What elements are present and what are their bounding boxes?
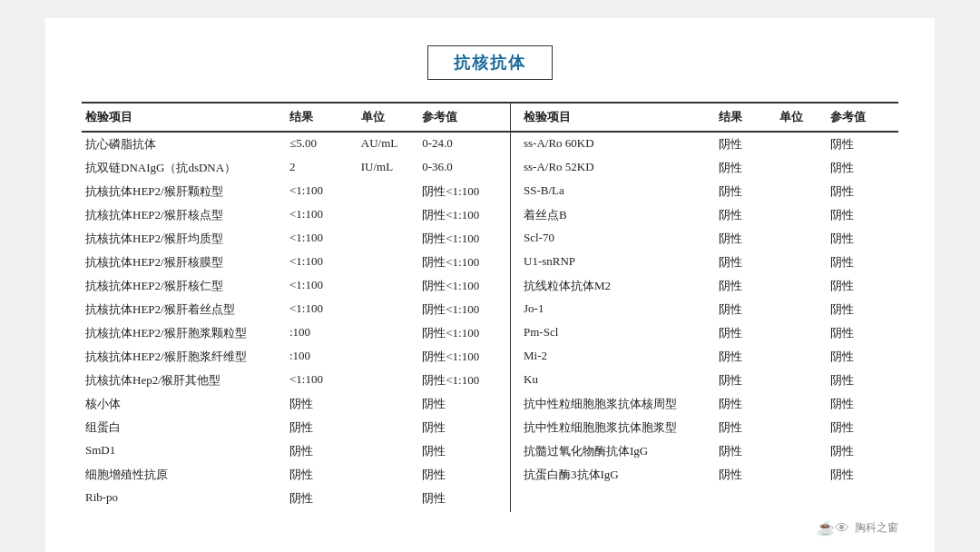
cell-6-2 <box>358 274 419 298</box>
cell-4-4: Scl-70 <box>511 227 715 251</box>
cell-12-0: 组蛋白 <box>82 416 286 439</box>
cell-2-2 <box>358 180 419 203</box>
left-col-ref: 参考值 <box>418 103 510 132</box>
cell-1-6 <box>776 156 827 180</box>
cell-9-7: 阴性 <box>827 345 898 369</box>
cell-10-7: 阴性 <box>827 369 898 392</box>
table-row: 抗核抗体Hep2/猴肝其他型<1:100阴性<1:100Ku阴性阴性 <box>82 369 898 392</box>
cell-11-4: 抗中性粒细胞胞浆抗体核周型 <box>511 392 715 416</box>
cell-10-4: Ku <box>511 369 715 392</box>
cell-13-1: 阴性 <box>286 439 358 463</box>
cell-12-7: 阴性 <box>827 416 898 439</box>
cell-13-4: 抗髓过氧化物酶抗体IgG <box>511 439 715 463</box>
watermark: ☕👁 胸科之窗 <box>82 519 898 537</box>
cell-12-4: 抗中性粒细胞胞浆抗体胞浆型 <box>511 416 715 439</box>
cell-4-6 <box>776 227 827 251</box>
cell-14-4: 抗蛋白酶3抗体IgG <box>511 463 715 487</box>
table-row: 抗核抗体HEP2/猴肝着丝点型<1:100阴性<1:100Jo-1阴性阴性 <box>82 298 898 321</box>
cell-15-5 <box>715 487 777 512</box>
cell-12-3: 阴性 <box>418 416 510 439</box>
cell-5-2 <box>358 251 419 274</box>
cell-0-3: 0-24.0 <box>418 132 510 156</box>
cell-14-5: 阴性 <box>715 463 777 487</box>
right-col-unit: 单位 <box>776 103 827 132</box>
cell-1-3: 0-36.0 <box>418 156 510 180</box>
right-col-item: 检验项目 <box>511 103 715 132</box>
cell-14-6 <box>776 463 827 487</box>
cell-11-5: 阴性 <box>715 392 777 416</box>
cell-3-1: <1:100 <box>286 203 358 227</box>
table-body: 抗心磷脂抗体≤5.00AU/mL0-24.0ss-A/Ro 60KD阴性阴性抗双… <box>82 132 898 512</box>
cell-2-1: <1:100 <box>286 180 358 203</box>
left-col-unit: 单位 <box>358 103 419 132</box>
cell-15-2 <box>358 487 419 512</box>
cell-6-4: 抗线粒体抗体M2 <box>511 274 715 298</box>
cell-11-3: 阴性 <box>418 392 510 416</box>
cell-9-1: :100 <box>286 345 358 369</box>
cell-5-4: U1-snRNP <box>511 251 715 274</box>
cell-5-5: 阴性 <box>715 251 777 274</box>
cell-15-0: Rib-po <box>82 487 286 512</box>
cell-13-0: SmD1 <box>82 439 286 463</box>
cell-7-6 <box>776 298 827 321</box>
left-col-item: 检验项目 <box>82 103 286 132</box>
cell-10-2 <box>358 369 419 392</box>
cell-10-1: <1:100 <box>286 369 358 392</box>
cell-5-3: 阴性<1:100 <box>418 251 510 274</box>
cell-4-7: 阴性 <box>827 227 898 251</box>
cell-10-0: 抗核抗体Hep2/猴肝其他型 <box>82 369 286 392</box>
cell-5-6 <box>776 251 827 274</box>
cell-15-1: 阴性 <box>286 487 358 512</box>
table-row: 抗核抗体HEP2/猴肝核仁型<1:100阴性<1:100抗线粒体抗体M2阴性阴性 <box>82 274 898 298</box>
cell-15-4 <box>511 487 715 512</box>
cell-3-6 <box>776 203 827 227</box>
cell-3-7: 阴性 <box>827 203 898 227</box>
cell-6-6 <box>776 274 827 298</box>
cell-9-0: 抗核抗体HEP2/猴肝胞浆纤维型 <box>82 345 286 369</box>
cell-1-0: 抗双链DNAIgG（抗dsDNA） <box>82 156 286 180</box>
cell-2-4: SS-B/La <box>511 180 715 203</box>
cell-6-1: <1:100 <box>286 274 358 298</box>
cell-8-3: 阴性<1:100 <box>418 321 510 345</box>
cell-4-3: 阴性<1:100 <box>418 227 510 251</box>
cell-1-1: 2 <box>286 156 358 180</box>
right-col-ref: 参考值 <box>827 103 898 132</box>
cell-2-5: 阴性 <box>715 180 777 203</box>
cell-3-4: 着丝点B <box>511 203 715 227</box>
cell-11-1: 阴性 <box>286 392 358 416</box>
cell-7-5: 阴性 <box>715 298 777 321</box>
cell-8-7: 阴性 <box>827 321 898 345</box>
cell-13-7: 阴性 <box>827 439 898 463</box>
cell-14-0: 细胞增殖性抗原 <box>82 463 286 487</box>
cell-9-5: 阴性 <box>715 345 777 369</box>
cell-13-6 <box>776 439 827 463</box>
watermark-icon: ☕👁 <box>817 519 849 537</box>
cell-6-0: 抗核抗体HEP2/猴肝核仁型 <box>82 274 286 298</box>
table-row: Rib-po阴性阴性 <box>82 487 898 512</box>
cell-6-5: 阴性 <box>715 274 777 298</box>
cell-4-5: 阴性 <box>715 227 777 251</box>
cell-3-3: 阴性<1:100 <box>418 203 510 227</box>
cell-2-6 <box>776 180 827 203</box>
cell-4-2 <box>358 227 419 251</box>
table-row: 抗核抗体HEP2/猴肝均质型<1:100阴性<1:100Scl-70阴性阴性 <box>82 227 898 251</box>
cell-15-7 <box>827 487 898 512</box>
left-col-result: 结果 <box>286 103 358 132</box>
cell-6-3: 阴性<1:100 <box>418 274 510 298</box>
cell-0-5: 阴性 <box>715 132 777 156</box>
page-title: 抗核抗体 <box>427 45 553 80</box>
cell-13-2 <box>358 439 419 463</box>
table-row: SmD1阴性阴性抗髓过氧化物酶抗体IgG阴性阴性 <box>82 439 898 463</box>
cell-14-3: 阴性 <box>418 463 510 487</box>
cell-8-1: :100 <box>286 321 358 345</box>
cell-1-2: IU/mL <box>358 156 419 180</box>
cell-7-3: 阴性<1:100 <box>418 298 510 321</box>
table-row: 抗双链DNAIgG（抗dsDNA）2IU/mL0-36.0ss-A/Ro 52K… <box>82 156 898 180</box>
cell-2-7: 阴性 <box>827 180 898 203</box>
cell-8-2 <box>358 321 419 345</box>
cell-0-6 <box>776 132 827 156</box>
cell-14-7: 阴性 <box>827 463 898 487</box>
cell-11-0: 核小体 <box>82 392 286 416</box>
cell-11-7: 阴性 <box>827 392 898 416</box>
results-table: 检验项目 结果 单位 参考值 检验项目 结果 单位 参考值 抗心磷脂抗体≤5.0… <box>82 102 898 512</box>
